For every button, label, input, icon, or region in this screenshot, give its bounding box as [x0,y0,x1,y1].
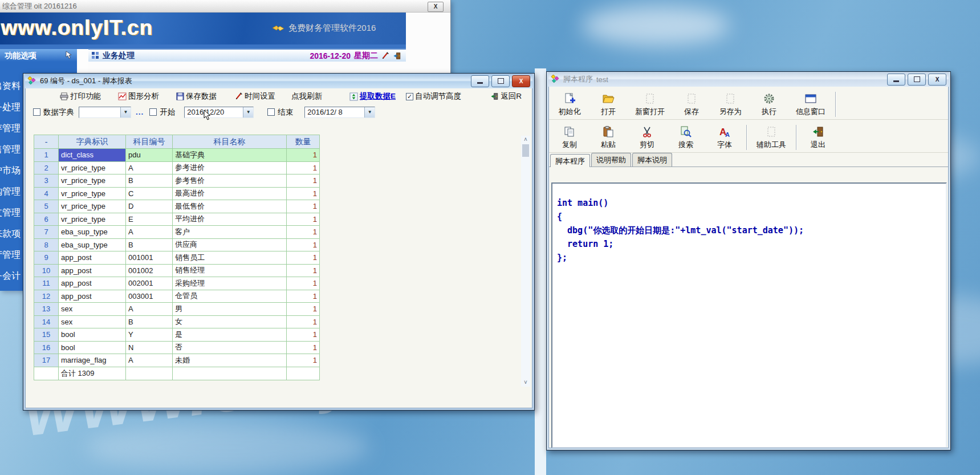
cell[interactable]: 001002 [126,265,173,278]
tab-1[interactable]: 脚本程序 [550,154,590,167]
extract-data-button[interactable]: 提取数据E [349,91,396,102]
cell[interactable]: B [126,316,173,329]
dropdown-arrow-icon[interactable]: ▼ [243,107,253,117]
start-date-combobox[interactable]: 2016/12/20 ▼ [184,107,254,118]
exit-button[interactable]: 退出 [799,124,837,152]
cell[interactable]: 平均进价 [173,213,287,226]
cell[interactable]: vr_price_type [59,162,126,175]
minimize-button[interactable] [471,75,489,87]
cell[interactable]: 1 [287,342,320,355]
row-number[interactable]: 4 [34,188,59,201]
pen-icon[interactable] [381,52,389,60]
save-data-button[interactable]: 保存数据 [176,91,217,102]
cell[interactable]: 1 [287,251,320,265]
scroll-up-arrow[interactable]: ˄ [521,136,530,144]
cell[interactable]: 销售员工 [173,251,287,265]
print-button[interactable]: 打印功能 [60,91,101,102]
cell[interactable]: 基础字典 [173,149,287,162]
column-header[interactable]: 科目名称 [173,135,287,149]
cell[interactable]: 参考售价 [173,174,287,188]
row-number[interactable]: 3 [34,174,59,188]
row-number[interactable]: 14 [34,316,59,329]
cell[interactable]: vr_price_type [59,213,126,226]
cell[interactable]: 1 [287,188,320,201]
maximize-button[interactable] [491,75,510,87]
cell[interactable]: 1 [287,316,320,329]
cell[interactable]: 男 [173,303,287,316]
cell[interactable]: 采购经理 [173,277,287,290]
cell[interactable]: dict_class [59,149,126,162]
time-settings-button[interactable]: 时间设置 [235,91,275,102]
row-number[interactable]: 1 [34,149,59,162]
cell[interactable]: 1 [287,213,320,226]
cell[interactable]: vr_price_type [59,174,126,188]
row-number[interactable]: 13 [34,303,59,316]
cell[interactable]: D [126,200,173,213]
cell[interactable]: A [126,354,173,367]
cell[interactable]: N [126,342,173,355]
cell[interactable]: app_post [59,277,126,290]
end-date-combobox[interactable]: 2016/12/ 8 ▼ [304,107,375,118]
cell[interactable]: 1 [287,149,320,162]
return-button[interactable]: 返回R [490,91,522,102]
cell[interactable]: bool [59,328,126,342]
row-number[interactable]: 8 [34,239,59,252]
paste-button[interactable]: 粘贴 [589,124,628,152]
close-button[interactable]: X [512,75,530,87]
cell[interactable]: 最高进价 [173,188,287,201]
cell[interactable]: A [126,162,173,175]
cell[interactable]: 1 [287,303,320,316]
open-button[interactable]: 打开 [589,91,628,119]
row-number[interactable]: 2 [34,162,59,175]
cell[interactable]: 002001 [126,277,173,290]
cell[interactable]: pdu [126,149,173,162]
end-checkbox[interactable] [267,108,275,116]
cell[interactable]: 客户 [173,226,287,239]
row-number[interactable]: 5 [34,200,59,213]
minimize-button[interactable] [887,74,905,86]
cell[interactable]: 是 [173,328,287,342]
cell[interactable]: 1 [287,328,320,342]
cell[interactable]: app_post [59,251,126,265]
dropdown-arrow-icon[interactable]: ▼ [364,107,375,117]
row-number[interactable]: 15 [34,328,59,342]
cell[interactable]: E [126,213,173,226]
cell[interactable]: sex [59,316,126,329]
cell[interactable]: 未婚 [173,354,287,367]
cell[interactable]: 仓管员 [173,290,287,303]
cut-button[interactable]: 剪切 [628,124,666,152]
tab-2[interactable]: 说明帮助 [591,153,631,167]
script-titlebar[interactable]: 脚本程序 test X [548,72,949,87]
font-button[interactable]: AA字体 [705,124,744,152]
cell[interactable]: marriage_flag [59,354,126,367]
cell[interactable]: 1 [287,277,320,290]
search-button[interactable]: 搜索 [666,124,705,152]
cell[interactable]: 1 [287,162,320,175]
scrollbar-thumb[interactable] [522,144,529,157]
column-header[interactable]: 字典标识 [59,135,126,149]
cell[interactable]: 1 [287,226,320,239]
dropdown-arrow-icon[interactable]: ▼ [120,107,131,117]
column-header[interactable]: 数量 [287,135,320,149]
cell[interactable]: app_post [59,265,126,278]
code-editor[interactable]: int main(){ dbg("你选取的开始日期是:"+lmt_val("st… [551,182,947,448]
copy-button[interactable]: 复制 [550,124,589,152]
run-button[interactable]: 执行 [750,91,788,119]
info-window-button[interactable]: 信息窗口 [788,91,833,119]
cell[interactable]: A [126,226,173,239]
dict-checkbox[interactable] [33,108,40,116]
main-app-titlebar[interactable]: 综合管理 oit 20161216 X [0,0,450,13]
vertical-scrollbar[interactable]: ˄ ˅ [521,136,530,387]
cell[interactable]: vr_price_type [59,188,126,201]
cell[interactable]: A [126,303,173,316]
cell[interactable]: eba_sup_type [59,226,126,239]
more-options-button[interactable]: ... [136,108,144,116]
chart-analysis-button[interactable]: 图形分析 [118,91,159,102]
cell[interactable]: 参考进价 [173,162,287,175]
auto-height-checkbox[interactable]: ✓ 自动调节高度 [406,91,461,102]
row-number[interactable]: 10 [34,265,59,278]
scroll-down-arrow[interactable]: ˅ [521,379,530,387]
close-button[interactable]: X [428,2,444,12]
cell[interactable]: 1 [287,290,320,303]
cell[interactable]: 销售经理 [173,265,287,278]
